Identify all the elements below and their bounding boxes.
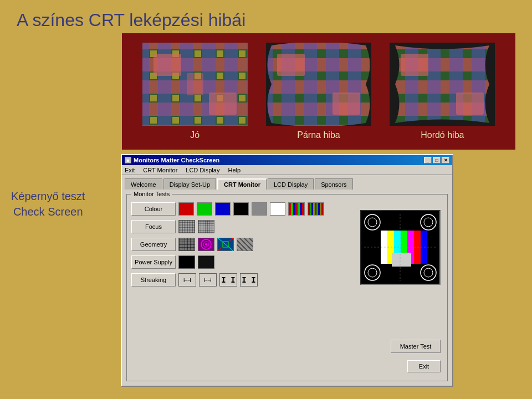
colour-swatch-white[interactable] (270, 202, 285, 216)
svg-rect-10 (209, 93, 237, 115)
geometry-thumb-3[interactable] (217, 238, 234, 251)
app-window: ■ Monitors Matter CheckScreen _ □ ✕ Exit… (121, 154, 453, 387)
banner: Jó (122, 33, 515, 150)
svg-rect-9 (154, 54, 181, 76)
streaking-button[interactable]: Streaking (131, 273, 176, 287)
maximize-button[interactable]: □ (433, 157, 441, 163)
left-label-line1: Képernyő teszt (11, 188, 85, 204)
left-labels: Képernyő teszt Check Screen (11, 188, 85, 219)
tab-bar: Welcome Display Set-Up CRT Monitor LCD D… (122, 175, 452, 190)
streak-sym-4[interactable]: I I (240, 273, 258, 287)
svg-rect-28 (401, 54, 428, 76)
window-title: Monitors Matter CheckScreen (134, 157, 219, 163)
svg-rect-52 (392, 253, 411, 267)
tab-display-setup[interactable]: Display Set-Up (163, 178, 216, 190)
banner-image-hordo (390, 43, 495, 126)
colour-button[interactable]: Colour (131, 202, 176, 216)
streak-sym-1[interactable]: ⊢⊣ (178, 273, 196, 287)
monitor-tests-group: Monitor Tests Colour Focus (126, 194, 448, 381)
focus-thumb-2[interactable] (198, 220, 214, 233)
minimize-button[interactable]: _ (424, 157, 432, 163)
tab-welcome[interactable]: Welcome (125, 178, 162, 190)
svg-rect-20 (332, 93, 360, 115)
colour-swatch-pattern2[interactable] (308, 202, 324, 216)
svg-rect-29 (456, 93, 484, 115)
preview-area (360, 210, 441, 285)
power-thumb-2[interactable] (198, 255, 214, 269)
exit-button[interactable]: Exit (407, 360, 441, 372)
geometry-thumb-4[interactable] (237, 238, 253, 251)
streak-sym-2[interactable]: ⊢⊣ (199, 273, 217, 287)
banner-label-jo: Jó (190, 130, 200, 140)
page-title: A színes CRT leképzési hibái (17, 10, 245, 30)
menu-bar: Exit CRT Monitor LCD Display Help (122, 165, 452, 175)
left-label-line2: Check Screen (11, 204, 85, 219)
title-bar-buttons: _ □ ✕ (424, 157, 449, 163)
app-icon: ■ (125, 157, 131, 163)
colour-swatch-green[interactable] (197, 202, 212, 216)
menu-exit[interactable]: Exit (125, 167, 135, 173)
svg-point-32 (205, 243, 207, 245)
tab-lcd-display[interactable]: LCD Display (268, 178, 314, 190)
banner-label-parna: Párna hiba (297, 130, 340, 140)
streak-sym-3[interactable]: I I (219, 273, 237, 287)
close-button[interactable]: ✕ (442, 157, 449, 163)
content-area: Monitor Tests Colour Focus (122, 190, 452, 386)
banner-image-parna (266, 43, 371, 126)
focus-thumb-1[interactable] (178, 220, 195, 233)
menu-crt[interactable]: CRT Monitor (143, 167, 177, 173)
power-thumb-1[interactable] (178, 255, 195, 269)
title-bar-left: ■ Monitors Matter CheckScreen (125, 157, 219, 163)
geometry-thumb-1[interactable] (178, 238, 195, 251)
group-label: Monitor Tests (131, 191, 172, 197)
colour-swatch-pattern1[interactable] (288, 202, 305, 216)
banner-item-jo: Jó (142, 43, 248, 140)
banner-item-hordo: Hordó hiba (390, 43, 495, 140)
banner-label-hordo: Hordó hiba (421, 130, 464, 140)
menu-lcd[interactable]: LCD Display (186, 167, 219, 173)
tab-crt-monitor[interactable]: CRT Monitor (217, 178, 267, 190)
svg-rect-19 (277, 54, 305, 76)
colour-swatch-gray[interactable] (252, 202, 267, 216)
tab-sponsors[interactable]: Sponsors (315, 178, 352, 190)
banner-image-jo (142, 43, 248, 126)
svg-rect-11 (187, 73, 203, 95)
banner-item-parna: Párna hiba (266, 43, 371, 140)
title-bar: ■ Monitors Matter CheckScreen _ □ ✕ (122, 155, 452, 165)
menu-help[interactable]: Help (228, 167, 241, 173)
geometry-thumb-2[interactable] (198, 238, 214, 251)
master-test-button[interactable]: Master Test (391, 340, 441, 353)
power-button[interactable]: Power Supply (131, 255, 176, 269)
colour-swatch-black[interactable] (233, 202, 249, 216)
colour-swatch-blue[interactable] (215, 202, 231, 216)
geometry-button[interactable]: Geometry (131, 238, 176, 251)
focus-button[interactable]: Focus (131, 220, 176, 233)
colour-swatch-red[interactable] (178, 202, 194, 216)
